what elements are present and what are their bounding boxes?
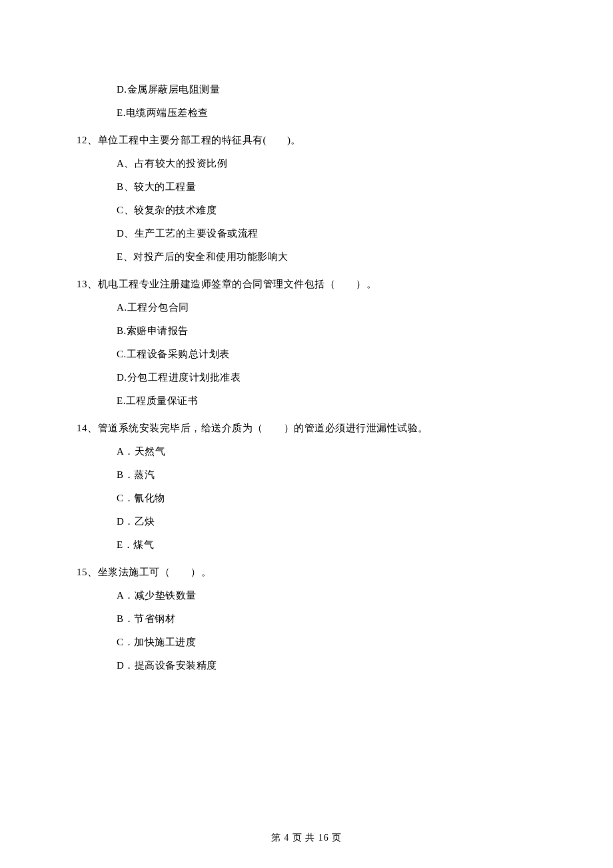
question-13-option-d: D.分包工程进度计划批准表 [117, 371, 536, 385]
question-15-stem: 15、坐浆法施工可（ ）。 [77, 565, 536, 579]
question-14-option-a: A．天然气 [117, 445, 536, 459]
question-12-option-c: C、较复杂的技术难度 [117, 203, 536, 217]
question-12-stem: 12、单位工程中主要分部工程的特征具有( )。 [77, 133, 536, 147]
page-footer: 第 4 页 共 16 页 [0, 832, 613, 844]
question-14-option-c: C．氰化物 [117, 491, 536, 505]
question-15-option-a: A．减少垫铁数量 [117, 589, 536, 603]
prev-question-option-d: D.金属屏蔽层电阻测量 [117, 83, 536, 97]
prev-question-option-e: E.电缆两端压差检查 [117, 106, 536, 120]
question-13-option-a: A.工程分包合同 [117, 301, 536, 315]
question-14-option-b: B．蒸汽 [117, 468, 536, 482]
question-12-option-d: D、生产工艺的主要设备或流程 [117, 227, 536, 241]
question-12-option-a: A、占有较大的投资比例 [117, 157, 536, 171]
question-13-option-e: E.工程质量保证书 [117, 394, 536, 408]
page-content: D.金属屏蔽层电阻测量 E.电缆两端压差检查 12、单位工程中主要分部工程的特征… [0, 0, 613, 673]
question-13-option-b: B.索赔申请报告 [117, 324, 536, 338]
question-12-option-e: E、对投产后的安全和使用功能影响大 [117, 250, 536, 264]
question-14-stem: 14、管道系统安装完毕后，给送介质为（ ）的管道必须进行泄漏性试验。 [77, 421, 536, 435]
question-13-stem: 13、机电工程专业注册建造师签章的合同管理文件包括（ ）。 [77, 277, 536, 291]
question-12-option-b: B、较大的工程量 [117, 180, 536, 194]
question-15-option-c: C．加快施工进度 [117, 635, 536, 649]
question-14-option-d: D．乙炔 [117, 515, 536, 529]
question-14-option-e: E．煤气 [117, 538, 536, 552]
question-13-option-c: C.工程设备采购总计划表 [117, 347, 536, 361]
question-15-option-d: D．提高设备安装精度 [117, 659, 536, 673]
question-15-option-b: B．节省钢材 [117, 612, 536, 626]
